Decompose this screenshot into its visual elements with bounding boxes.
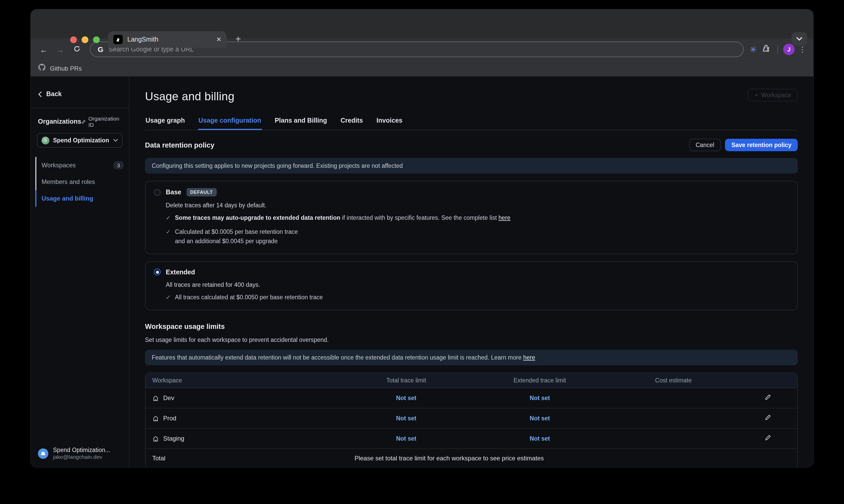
check-icon: ✓ bbox=[166, 214, 171, 223]
sidebar-nav: Workspaces 3 Members and roles Usage and… bbox=[31, 157, 129, 207]
close-window-button[interactable] bbox=[70, 36, 77, 43]
tab-close-icon[interactable]: ✕ bbox=[216, 36, 221, 43]
chevron-down-icon bbox=[113, 139, 118, 142]
workspace-name: Dev bbox=[163, 394, 174, 402]
langsmith-extension-icon[interactable]: ✳ bbox=[750, 44, 757, 54]
workspace-limits-table: Workspace Total trace limit Extended tra… bbox=[145, 373, 798, 467]
base-retention-option-card[interactable]: Base DEFAULT Delete traces after 14 days… bbox=[145, 181, 798, 254]
team-avatar bbox=[38, 448, 48, 458]
browser-tab-langsmith[interactable]: LangSmith ✕ bbox=[108, 31, 227, 48]
screen: LangSmith ✕ + ← → G ✳ J ⋮ bbox=[0, 0, 844, 504]
workspace-name: Staging bbox=[163, 435, 184, 442]
forward-icon: → bbox=[54, 45, 67, 54]
cancel-button[interactable]: Cancel bbox=[689, 139, 721, 151]
col-extended-trace-limit: Extended trace limit bbox=[471, 373, 608, 388]
total-label: Total bbox=[145, 449, 341, 467]
workspace-icon bbox=[152, 415, 159, 422]
user-email: jake@langchain.dev bbox=[53, 454, 110, 460]
tab-search-chevron-button[interactable] bbox=[791, 32, 807, 46]
extended-option-title: Extended bbox=[166, 269, 195, 276]
sidebar: Back Organizations Organization ID S Spe… bbox=[31, 76, 129, 467]
browser-menu-icon[interactable]: ⋮ bbox=[798, 45, 807, 54]
minimize-window-button[interactable] bbox=[82, 36, 88, 43]
langsmith-favicon-icon bbox=[113, 35, 123, 44]
browser-profile-avatar[interactable]: J bbox=[783, 44, 795, 55]
base-description: Delete traces after 14 days by default. bbox=[166, 202, 789, 208]
tab-title: LangSmith bbox=[127, 36, 212, 43]
back-button[interactable]: Back bbox=[31, 87, 129, 101]
dev-total-limit-link[interactable]: Not set bbox=[396, 395, 416, 401]
table-header-row: Workspace Total trace limit Extended tra… bbox=[145, 373, 797, 388]
google-icon: G bbox=[98, 45, 104, 54]
sidebar-item-members-and-roles[interactable]: Members and roles bbox=[35, 174, 129, 190]
tab-credits[interactable]: Credits bbox=[340, 114, 363, 130]
dev-extended-limit-link[interactable]: Not set bbox=[529, 395, 550, 401]
extended-retention-option-card[interactable]: Extended All traces are retained for 400… bbox=[145, 262, 798, 310]
org-selected-name: Spend Optimization Tu... bbox=[53, 137, 110, 143]
default-badge: DEFAULT bbox=[186, 188, 216, 196]
github-icon bbox=[38, 64, 46, 73]
add-workspace-button[interactable]: + Workspace bbox=[748, 89, 798, 101]
prod-total-limit-link[interactable]: Not set bbox=[396, 415, 416, 421]
new-tab-button[interactable]: + bbox=[235, 34, 241, 44]
bookmarks-bar: Github PRs bbox=[31, 60, 813, 76]
edit-pencil-icon[interactable] bbox=[765, 414, 771, 422]
table-row-dev: Dev Not set Not set bbox=[145, 388, 797, 408]
browser-window: LangSmith ✕ + ← → G ✳ J ⋮ bbox=[31, 10, 813, 467]
complete-list-link[interactable]: here bbox=[498, 215, 510, 221]
col-workspace: Workspace bbox=[145, 373, 341, 388]
col-cost-estimate: Cost estimate bbox=[608, 373, 739, 388]
tab-usage-graph[interactable]: Usage graph bbox=[145, 114, 185, 130]
sidebar-item-usage-and-billing[interactable]: Usage and billing bbox=[35, 190, 129, 207]
workspace-icon bbox=[152, 395, 159, 401]
sidebar-item-workspaces[interactable]: Workspaces 3 bbox=[35, 157, 129, 174]
user-org-name: Spend Optimization... bbox=[53, 447, 110, 453]
extended-bullet: ✓ All traces calculated at $0.0050 per b… bbox=[166, 293, 789, 302]
org-avatar: S bbox=[41, 137, 49, 144]
bookmark-github-prs[interactable]: Github PRs bbox=[50, 65, 82, 72]
maximize-window-button[interactable] bbox=[93, 36, 100, 43]
base-option-title: Base bbox=[166, 188, 181, 196]
chevron-left-icon bbox=[38, 91, 42, 97]
workspace-icon bbox=[152, 435, 159, 442]
col-total-trace-limit: Total trace limit bbox=[341, 373, 471, 388]
window-controls bbox=[70, 36, 100, 43]
check-icon: ✓ bbox=[166, 228, 171, 246]
check-icon: ✓ bbox=[166, 293, 171, 302]
base-radio-button[interactable] bbox=[154, 189, 161, 196]
edit-pencil-icon[interactable] bbox=[765, 434, 771, 443]
staging-extended-limit-link[interactable]: Not set bbox=[529, 435, 550, 442]
tab-usage-configuration[interactable]: Usage configuration bbox=[198, 114, 262, 130]
table-row-prod: Prod Not set Not set bbox=[145, 408, 797, 429]
sidebar-divider bbox=[31, 108, 129, 108]
edit-pencil-icon[interactable] bbox=[765, 394, 771, 402]
organization-selector[interactable]: S Spend Optimization Tu... bbox=[37, 133, 123, 147]
langsmith-app: Back Organizations Organization ID S Spe… bbox=[31, 76, 813, 467]
toolbar-divider bbox=[777, 45, 778, 54]
base-bullet-1: ✓ Some traces may auto-upgrade to extend… bbox=[166, 214, 789, 223]
extended-description: All traces are retained for 400 days. bbox=[166, 282, 789, 288]
workspaces-count-badge: 3 bbox=[113, 161, 124, 169]
save-retention-policy-button[interactable]: Save retention policy bbox=[725, 139, 798, 151]
workspace-name: Prod bbox=[163, 415, 176, 422]
extensions-puzzle-icon[interactable] bbox=[762, 44, 770, 55]
learn-more-link[interactable]: here bbox=[523, 354, 535, 361]
retention-info-banner: Configuring this setting applies to new … bbox=[145, 158, 798, 174]
billing-tabs: Usage graph Usage configuration Plans an… bbox=[145, 114, 798, 130]
organization-id-link[interactable]: Organization ID bbox=[81, 115, 122, 128]
reload-icon[interactable] bbox=[70, 45, 84, 54]
link-icon bbox=[81, 119, 86, 124]
page-title: Usage and billing bbox=[145, 90, 798, 103]
retention-heading: Data retention policy bbox=[145, 141, 214, 149]
limits-subtext: Set usage limits for each workspace to p… bbox=[145, 337, 798, 343]
tab-plans-and-billing[interactable]: Plans and Billing bbox=[274, 114, 327, 130]
extended-radio-button[interactable] bbox=[154, 269, 161, 276]
back-icon[interactable]: ← bbox=[37, 45, 50, 54]
prod-extended-limit-link[interactable]: Not set bbox=[529, 415, 550, 421]
tab-invoices[interactable]: Invoices bbox=[376, 114, 403, 130]
table-row-staging: Staging Not set Not set bbox=[145, 429, 797, 449]
staging-total-limit-link[interactable]: Not set bbox=[396, 435, 416, 442]
col-actions bbox=[738, 373, 797, 388]
plus-icon: + bbox=[755, 92, 758, 98]
user-account[interactable]: Spend Optimization... jake@langchain.dev bbox=[38, 447, 110, 460]
